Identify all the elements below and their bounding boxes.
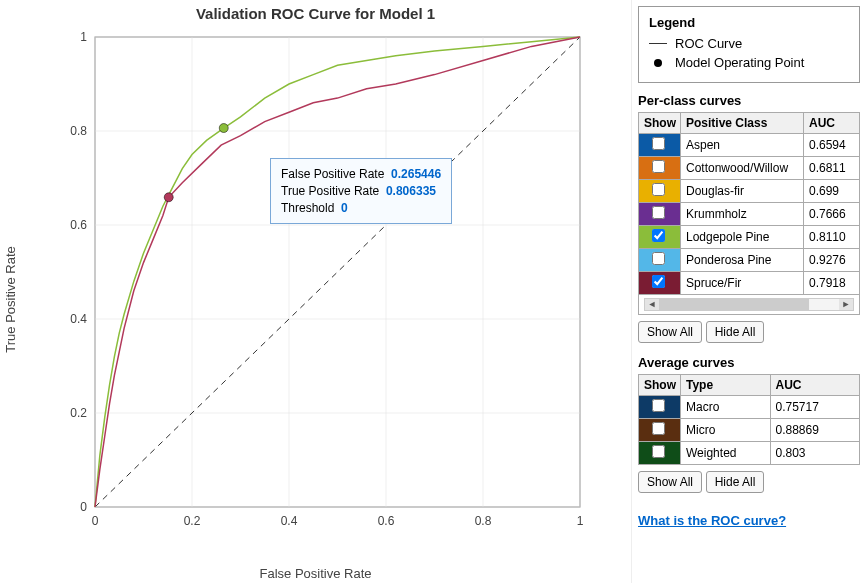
auc-value: 0.9276 <box>804 249 860 272</box>
svg-text:0.4: 0.4 <box>281 514 298 528</box>
chart-title: Validation ROC Curve for Model 1 <box>5 5 626 22</box>
show-checkbox[interactable] <box>652 445 665 458</box>
average-title: Average curves <box>638 355 860 370</box>
class-name: Cottonwood/Willow <box>681 157 804 180</box>
class-name: Ponderosa Pine <box>681 249 804 272</box>
legend-box: Legend ROC Curve Model Operating Point <box>638 6 860 83</box>
scroll-left-icon[interactable]: ◄ <box>645 299 659 310</box>
chart-panel: Validation ROC Curve for Model 1 True Po… <box>0 0 631 583</box>
svg-point-27 <box>164 193 173 202</box>
class-name: Lodgepole Pine <box>681 226 804 249</box>
auc-value: 0.6811 <box>804 157 860 180</box>
svg-text:0.4: 0.4 <box>70 312 87 326</box>
line-icon <box>649 43 667 45</box>
scroll-right-icon[interactable]: ► <box>839 299 853 310</box>
table-row: Weighted0.803 <box>639 442 860 465</box>
table-row: Micro0.88869 <box>639 419 860 442</box>
col-show: Show <box>639 375 681 396</box>
horizontal-scrollbar[interactable]: ◄► <box>644 298 854 311</box>
table-row: Cottonwood/Willow0.6811 <box>639 157 860 180</box>
svg-text:0: 0 <box>92 514 99 528</box>
col-auc: AUC <box>770 375 860 396</box>
auc-value: 0.803 <box>770 442 860 465</box>
svg-text:0.6: 0.6 <box>378 514 395 528</box>
svg-text:0.8: 0.8 <box>70 124 87 138</box>
data-tooltip: False Positive Rate 0.265446 True Positi… <box>270 158 452 224</box>
class-name: Weighted <box>681 442 771 465</box>
svg-text:0.2: 0.2 <box>70 406 87 420</box>
auc-value: 0.699 <box>804 180 860 203</box>
show-checkbox[interactable] <box>652 252 665 265</box>
show-checkbox[interactable] <box>652 422 665 435</box>
tooltip-thresh-value: 0 <box>341 201 348 215</box>
class-name: Spruce/Fir <box>681 272 804 295</box>
show-cell[interactable] <box>639 226 681 249</box>
table-row: Douglas-fir0.699 <box>639 180 860 203</box>
show-cell[interactable] <box>639 249 681 272</box>
table-row: Lodgepole Pine0.8110 <box>639 226 860 249</box>
show-all-button[interactable]: Show All <box>638 471 702 493</box>
side-panel: Legend ROC Curve Model Operating Point P… <box>631 0 866 583</box>
col-class: Positive Class <box>681 113 804 134</box>
col-show: Show <box>639 113 681 134</box>
scroll-thumb[interactable] <box>659 299 809 310</box>
x-axis-label: False Positive Rate <box>260 566 372 581</box>
auc-value: 0.6594 <box>804 134 860 157</box>
table-row: Spruce/Fir0.7918 <box>639 272 860 295</box>
tooltip-tpr-label: True Positive Rate <box>281 184 379 198</box>
show-checkbox[interactable] <box>652 275 665 288</box>
legend-roc-label: ROC Curve <box>675 36 742 51</box>
class-name: Aspen <box>681 134 804 157</box>
show-checkbox[interactable] <box>652 206 665 219</box>
legend-roc-row: ROC Curve <box>649 36 849 51</box>
col-type: Type <box>681 375 771 396</box>
show-cell[interactable] <box>639 180 681 203</box>
table-row: Aspen0.6594 <box>639 134 860 157</box>
plot-area[interactable]: 00.20.40.60.8100.20.40.60.81 False Posit… <box>55 27 626 557</box>
hide-all-button[interactable]: Hide All <box>706 471 765 493</box>
show-cell[interactable] <box>639 272 681 295</box>
show-cell[interactable] <box>639 157 681 180</box>
show-cell[interactable] <box>639 203 681 226</box>
table-row: Ponderosa Pine0.9276 <box>639 249 860 272</box>
svg-text:0.6: 0.6 <box>70 218 87 232</box>
table-row: Macro0.75717 <box>639 396 860 419</box>
show-checkbox[interactable] <box>652 183 665 196</box>
average-table: Show Type AUC Macro0.75717Micro0.88869We… <box>638 374 860 465</box>
auc-value: 0.8110 <box>804 226 860 249</box>
auc-value: 0.7666 <box>804 203 860 226</box>
roc-plot-svg[interactable]: 00.20.40.60.8100.20.40.60.81 <box>55 27 610 557</box>
col-auc: AUC <box>804 113 860 134</box>
show-all-button[interactable]: Show All <box>638 321 702 343</box>
tooltip-thresh-label: Threshold <box>281 201 334 215</box>
tooltip-fpr-label: False Positive Rate <box>281 167 384 181</box>
hide-all-button[interactable]: Hide All <box>706 321 765 343</box>
legend-title: Legend <box>649 15 849 30</box>
show-checkbox[interactable] <box>652 399 665 412</box>
show-checkbox[interactable] <box>652 229 665 242</box>
show-cell[interactable] <box>639 442 681 465</box>
legend-op-label: Model Operating Point <box>675 55 804 70</box>
tooltip-tpr-value: 0.806335 <box>386 184 436 198</box>
y-axis-label: True Positive Rate <box>3 246 18 352</box>
svg-text:1: 1 <box>80 30 87 44</box>
svg-point-26 <box>219 124 228 133</box>
table-row: Krummholz0.7666 <box>639 203 860 226</box>
show-cell[interactable] <box>639 396 681 419</box>
auc-value: 0.88869 <box>770 419 860 442</box>
class-name: Krummholz <box>681 203 804 226</box>
svg-text:0.2: 0.2 <box>184 514 201 528</box>
show-checkbox[interactable] <box>652 160 665 173</box>
class-name: Micro <box>681 419 771 442</box>
legend-op-row: Model Operating Point <box>649 55 849 70</box>
per-class-title: Per-class curves <box>638 93 860 108</box>
help-link[interactable]: What is the ROC curve? <box>638 513 786 528</box>
tooltip-fpr-value: 0.265446 <box>391 167 441 181</box>
auc-value: 0.75717 <box>770 396 860 419</box>
svg-text:0.8: 0.8 <box>475 514 492 528</box>
show-cell[interactable] <box>639 134 681 157</box>
show-cell[interactable] <box>639 419 681 442</box>
svg-text:1: 1 <box>577 514 584 528</box>
svg-line-25 <box>95 37 580 507</box>
show-checkbox[interactable] <box>652 137 665 150</box>
